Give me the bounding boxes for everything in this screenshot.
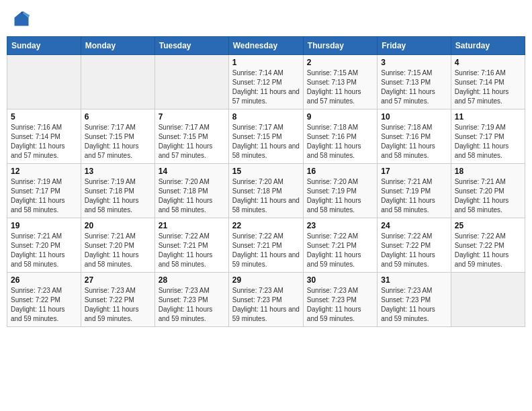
- day-info: Sunrise: 7:20 AMSunset: 7:19 PMDaylight:…: [307, 177, 373, 215]
- logo: [12, 9, 34, 28]
- calendar-cell: 14Sunrise: 7:20 AMSunset: 7:18 PMDayligh…: [154, 164, 228, 218]
- calendar-day-header: Tuesday: [154, 37, 228, 55]
- day-number: 5: [11, 112, 77, 122]
- day-number: 20: [85, 221, 151, 230]
- calendar-cell: 11Sunrise: 7:19 AMSunset: 7:17 PMDayligh…: [451, 109, 525, 164]
- day-number: 9: [307, 112, 373, 122]
- day-info: Sunrise: 7:21 AMSunset: 7:20 PMDaylight:…: [85, 232, 151, 269]
- day-number: 14: [159, 167, 225, 176]
- calendar-cell: 30Sunrise: 7:23 AMSunset: 7:23 PMDayligh…: [303, 273, 377, 327]
- day-info: Sunrise: 7:23 AMSunset: 7:23 PMDaylight:…: [232, 286, 300, 324]
- day-number: 23: [307, 221, 373, 230]
- day-info: Sunrise: 7:19 AMSunset: 7:17 PMDaylight:…: [11, 177, 77, 215]
- day-info: Sunrise: 7:18 AMSunset: 7:16 PMDaylight:…: [381, 123, 447, 161]
- calendar-cell: 31Sunrise: 7:23 AMSunset: 7:23 PMDayligh…: [378, 273, 451, 327]
- day-info: Sunrise: 7:16 AMSunset: 7:14 PMDaylight:…: [11, 123, 77, 161]
- calendar-cell: 17Sunrise: 7:21 AMSunset: 7:19 PMDayligh…: [378, 164, 451, 218]
- calendar-cell: 23Sunrise: 7:22 AMSunset: 7:21 PMDayligh…: [303, 218, 377, 273]
- day-info: Sunrise: 7:19 AMSunset: 7:18 PMDaylight:…: [85, 177, 151, 215]
- day-info: Sunrise: 7:14 AMSunset: 7:12 PMDaylight:…: [232, 68, 300, 106]
- calendar-day-header: Friday: [378, 37, 451, 55]
- day-number: 18: [455, 167, 521, 176]
- day-number: 4: [455, 58, 521, 67]
- calendar-cell: 22Sunrise: 7:22 AMSunset: 7:21 PMDayligh…: [228, 218, 303, 273]
- calendar-cell: 19Sunrise: 7:21 AMSunset: 7:20 PMDayligh…: [7, 218, 81, 273]
- calendar-cell: 15Sunrise: 7:20 AMSunset: 7:18 PMDayligh…: [228, 164, 303, 218]
- day-number: 25: [455, 221, 521, 230]
- calendar-cell: [451, 273, 525, 327]
- calendar-day-header: Sunday: [7, 37, 81, 55]
- day-info: Sunrise: 7:19 AMSunset: 7:17 PMDaylight:…: [455, 123, 521, 161]
- page-header: [7, 7, 525, 31]
- day-info: Sunrise: 7:21 AMSunset: 7:19 PMDaylight:…: [381, 177, 447, 215]
- day-number: 31: [381, 275, 447, 285]
- day-number: 29: [232, 275, 300, 285]
- day-number: 21: [159, 221, 225, 230]
- calendar-day-header: Thursday: [303, 37, 377, 55]
- calendar-cell: 29Sunrise: 7:23 AMSunset: 7:23 PMDayligh…: [228, 273, 303, 327]
- day-info: Sunrise: 7:15 AMSunset: 7:13 PMDaylight:…: [381, 68, 447, 106]
- calendar-cell: [7, 55, 81, 109]
- day-number: 2: [307, 58, 373, 67]
- day-info: Sunrise: 7:20 AMSunset: 7:18 PMDaylight:…: [232, 177, 300, 215]
- calendar-cell: 8Sunrise: 7:17 AMSunset: 7:15 PMDaylight…: [228, 109, 303, 164]
- calendar-week-row: 26Sunrise: 7:23 AMSunset: 7:22 PMDayligh…: [7, 273, 525, 327]
- calendar-cell: 4Sunrise: 7:16 AMSunset: 7:14 PMDaylight…: [451, 55, 525, 109]
- calendar-cell: 6Sunrise: 7:17 AMSunset: 7:15 PMDaylight…: [81, 109, 154, 164]
- day-number: 19: [11, 221, 77, 230]
- day-info: Sunrise: 7:23 AMSunset: 7:23 PMDaylight:…: [307, 286, 373, 324]
- calendar-cell: 24Sunrise: 7:22 AMSunset: 7:22 PMDayligh…: [378, 218, 451, 273]
- calendar-cell: 28Sunrise: 7:23 AMSunset: 7:23 PMDayligh…: [154, 273, 228, 327]
- day-info: Sunrise: 7:17 AMSunset: 7:15 PMDaylight:…: [159, 123, 225, 161]
- day-info: Sunrise: 7:22 AMSunset: 7:21 PMDaylight:…: [159, 232, 225, 269]
- day-number: 30: [307, 275, 373, 285]
- day-number: 11: [455, 112, 521, 122]
- calendar-day-header: Monday: [81, 37, 154, 55]
- logo-icon: [12, 9, 31, 28]
- calendar-week-row: 5Sunrise: 7:16 AMSunset: 7:14 PMDaylight…: [7, 109, 525, 164]
- day-info: Sunrise: 7:23 AMSunset: 7:23 PMDaylight:…: [381, 286, 447, 324]
- calendar-week-row: 12Sunrise: 7:19 AMSunset: 7:17 PMDayligh…: [7, 164, 525, 218]
- calendar-cell: 9Sunrise: 7:18 AMSunset: 7:16 PMDaylight…: [303, 109, 377, 164]
- calendar-table: SundayMondayTuesdayWednesdayThursdayFrid…: [7, 36, 525, 327]
- day-info: Sunrise: 7:18 AMSunset: 7:16 PMDaylight:…: [307, 123, 373, 161]
- calendar-cell: 3Sunrise: 7:15 AMSunset: 7:13 PMDaylight…: [378, 55, 451, 109]
- calendar-cell: 18Sunrise: 7:21 AMSunset: 7:20 PMDayligh…: [451, 164, 525, 218]
- day-info: Sunrise: 7:21 AMSunset: 7:20 PMDaylight:…: [11, 232, 77, 269]
- calendar-day-header: Wednesday: [228, 37, 303, 55]
- day-info: Sunrise: 7:20 AMSunset: 7:18 PMDaylight:…: [159, 177, 225, 215]
- day-info: Sunrise: 7:22 AMSunset: 7:21 PMDaylight:…: [307, 232, 373, 269]
- calendar-cell: 25Sunrise: 7:22 AMSunset: 7:22 PMDayligh…: [451, 218, 525, 273]
- day-info: Sunrise: 7:23 AMSunset: 7:22 PMDaylight:…: [85, 286, 151, 324]
- day-info: Sunrise: 7:22 AMSunset: 7:21 PMDaylight:…: [232, 232, 300, 269]
- calendar-cell: 1Sunrise: 7:14 AMSunset: 7:12 PMDaylight…: [228, 55, 303, 109]
- day-info: Sunrise: 7:23 AMSunset: 7:22 PMDaylight:…: [11, 286, 77, 324]
- calendar-cell: 13Sunrise: 7:19 AMSunset: 7:18 PMDayligh…: [81, 164, 154, 218]
- day-number: 10: [381, 112, 447, 122]
- day-number: 26: [11, 275, 77, 285]
- day-number: 16: [307, 167, 373, 176]
- calendar-cell: 26Sunrise: 7:23 AMSunset: 7:22 PMDayligh…: [7, 273, 81, 327]
- day-info: Sunrise: 7:23 AMSunset: 7:23 PMDaylight:…: [159, 286, 225, 324]
- calendar-cell: 21Sunrise: 7:22 AMSunset: 7:21 PMDayligh…: [154, 218, 228, 273]
- day-number: 6: [85, 112, 151, 122]
- day-number: 24: [381, 221, 447, 230]
- calendar-cell: [154, 55, 228, 109]
- day-info: Sunrise: 7:17 AMSunset: 7:15 PMDaylight:…: [85, 123, 151, 161]
- day-number: 8: [232, 112, 300, 122]
- calendar-cell: 20Sunrise: 7:21 AMSunset: 7:20 PMDayligh…: [81, 218, 154, 273]
- day-info: Sunrise: 7:22 AMSunset: 7:22 PMDaylight:…: [381, 232, 447, 269]
- calendar-week-row: 19Sunrise: 7:21 AMSunset: 7:20 PMDayligh…: [7, 218, 525, 273]
- day-number: 7: [159, 112, 225, 122]
- day-number: 13: [85, 167, 151, 176]
- calendar-week-row: 1Sunrise: 7:14 AMSunset: 7:12 PMDaylight…: [7, 55, 525, 109]
- day-number: 27: [85, 275, 151, 285]
- calendar-cell: 16Sunrise: 7:20 AMSunset: 7:19 PMDayligh…: [303, 164, 377, 218]
- calendar-cell: 7Sunrise: 7:17 AMSunset: 7:15 PMDaylight…: [154, 109, 228, 164]
- calendar-header-row: SundayMondayTuesdayWednesdayThursdayFrid…: [7, 37, 525, 55]
- calendar-cell: 10Sunrise: 7:18 AMSunset: 7:16 PMDayligh…: [378, 109, 451, 164]
- day-info: Sunrise: 7:17 AMSunset: 7:15 PMDaylight:…: [232, 123, 300, 161]
- day-number: 12: [11, 167, 77, 176]
- day-number: 22: [232, 221, 300, 230]
- day-number: 3: [381, 58, 447, 67]
